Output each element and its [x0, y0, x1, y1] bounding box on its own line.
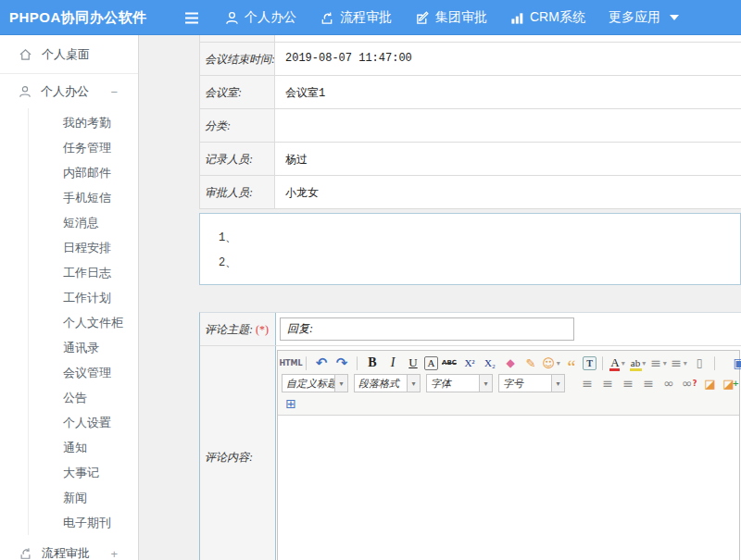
emoticon-icon[interactable]: ☺ — [542, 355, 560, 372]
content-line: 1、 — [219, 226, 740, 251]
unlink-icon[interactable]: ∞ — [680, 375, 698, 392]
superscript-icon[interactable]: X² — [460, 355, 479, 372]
caret-down-icon — [670, 15, 679, 20]
sidebar-item[interactable]: 内部邮件 — [29, 160, 138, 185]
form-row: 审批人员: 小龙女 — [200, 176, 741, 209]
redo-icon[interactable]: ↷ — [333, 355, 351, 372]
meeting-content-box: 1、 2、 — [199, 213, 741, 285]
strikethrough-icon[interactable]: ABC — [440, 355, 458, 372]
nav-group-approval[interactable]: 集团审批 — [415, 9, 487, 26]
comment-form-table: 评论主题: (*) 评论内容: HTML — [199, 312, 741, 560]
sidebar-item[interactable]: 通讯录 — [29, 335, 138, 360]
image-icon[interactable]: ◪ — [700, 375, 719, 392]
sidebar-item[interactable]: 个人文件柜 — [29, 310, 138, 335]
comment-content-label: 评论内容: — [200, 346, 276, 560]
bold-icon[interactable]: B — [363, 355, 382, 372]
field-value: 会议室1 — [275, 76, 741, 108]
field-value: 杨过 — [275, 143, 741, 175]
sidebar-item[interactable]: 我的考勤 — [29, 110, 138, 135]
topbar: PHPOA协同办公软件 个人办公 流程审批 集团审批 — [0, 0, 741, 35]
content-line: 2、 — [219, 251, 740, 276]
sidebar-item[interactable]: 新闻 — [29, 485, 138, 510]
sidebar-group-process-approval[interactable]: 流程审批 + — [0, 542, 138, 560]
fullscreen-icon[interactable]: ▣ — [730, 355, 741, 372]
caret-down-icon[interactable]: ▾ — [551, 375, 564, 392]
toolbar-row-3: ⊞ — [282, 393, 735, 414]
field-value: 2019-08-07 11:47:00 — [275, 43, 741, 75]
new-page-icon[interactable]: ▯ — [690, 355, 709, 372]
nav-process-approval[interactable]: 流程审批 — [320, 9, 392, 26]
sidebar-item[interactable]: 通知 — [29, 435, 138, 460]
sidebar-item-desktop[interactable]: 个人桌面 — [0, 35, 138, 74]
insert-image-icon[interactable]: ◪ — [721, 375, 741, 392]
sidebar-item[interactable]: 个人设置 + — [29, 410, 138, 435]
unordered-list-icon[interactable]: ≡ — [670, 355, 688, 372]
sidebar-item[interactable]: 手机短信 — [29, 185, 138, 210]
undo-icon[interactable]: ↶ — [312, 355, 331, 372]
field-label: 审批人员: — [200, 176, 275, 208]
font-size-select[interactable]: 字号 ▾ — [498, 374, 565, 392]
process-icon — [19, 547, 32, 560]
comment-subject-row: 评论主题: (*) — [200, 313, 741, 346]
field-label: 会议室: — [200, 76, 275, 108]
toolbar-row2-icons: ≡ ≡ ≡ ≡ ∞ ∞ — [578, 375, 741, 392]
underline-icon[interactable]: U — [404, 355, 422, 372]
menu-button[interactable] — [183, 0, 200, 35]
justify-icon[interactable]: ≡ — [639, 375, 658, 392]
ordered-list-icon[interactable]: ≡ — [649, 355, 668, 372]
caret-down-icon[interactable]: ▾ — [407, 375, 420, 392]
chart-icon — [510, 11, 524, 25]
align-center-icon[interactable]: ≡ — [598, 375, 617, 392]
table-icon[interactable]: ⊞ — [282, 395, 300, 413]
link-icon[interactable]: ∞ — [659, 375, 678, 392]
separator — [306, 356, 307, 370]
sidebar-item[interactable]: 任务管理 — [29, 135, 138, 160]
collapse-icon[interactable]: − — [110, 85, 118, 99]
nav-crm-system[interactable]: CRM系统 — [510, 9, 585, 26]
sidebar-item[interactable]: 大事记 — [29, 460, 138, 485]
comment-subject-label: 评论主题: (*) — [200, 313, 276, 345]
process-icon — [320, 11, 334, 25]
align-right-icon[interactable]: ≡ — [619, 375, 637, 392]
sidebar-item[interactable]: 工作日志 — [29, 260, 138, 285]
comment-content-row: 评论内容: HTML ↶ ↷ — [200, 346, 741, 560]
subscript-icon[interactable]: X₂ — [481, 355, 499, 372]
italic-icon[interactable]: I — [383, 355, 402, 372]
field-value: 小龙女 — [275, 176, 741, 208]
field-label: 分类: — [200, 109, 275, 142]
nav-more-apps[interactable]: 更多应用 — [609, 9, 679, 26]
blockquote-icon[interactable]: “ — [562, 355, 581, 372]
sidebar-item[interactable]: 电子期刊 — [29, 510, 138, 535]
editor-content-area[interactable] — [278, 416, 739, 560]
sidebar-group-personal-office[interactable]: 个人办公 − — [0, 81, 138, 103]
sidebar-item[interactable]: 会议管理 — [29, 360, 138, 385]
border-a-icon[interactable]: A — [424, 356, 438, 370]
sidebar-item[interactable]: 短消息 — [29, 210, 138, 235]
separator — [357, 356, 358, 370]
sidebar-item[interactable]: 日程安排 — [29, 235, 138, 260]
highlight-color-icon[interactable]: ab — [629, 355, 647, 372]
main-content: 会议结束时间: 2019-08-07 11:47:00 会议室: 会议室1 分类… — [139, 35, 741, 560]
caret-down-icon[interactable]: ▾ — [334, 375, 347, 392]
toolbar-row-2: 自定义标题 ▾ 段落格式 ▾ — [282, 373, 735, 393]
sidebar-submenu: 我的考勤 任务管理 内部邮件 手机短信 短消息 — [28, 108, 138, 535]
comment-subject-input[interactable] — [280, 317, 574, 341]
heading-select[interactable]: 自定义标题 ▾ — [282, 374, 348, 392]
toolbar-row-1: HTML ↶ ↷ B I — [282, 353, 735, 373]
remove-format-icon[interactable]: ◆ — [501, 355, 520, 372]
paragraph-select[interactable]: 段落格式 ▾ — [354, 374, 421, 392]
sidebar-item[interactable]: 公告 — [29, 385, 138, 410]
expand-icon[interactable]: + — [110, 547, 118, 560]
font-family-select[interactable]: 字体 ▾ — [426, 374, 493, 392]
caret-down-icon[interactable]: ▾ — [479, 375, 492, 392]
nav-personal-office[interactable]: 个人办公 — [225, 9, 296, 26]
user-icon — [225, 11, 239, 25]
font-color-icon[interactable]: A — [609, 355, 627, 372]
sidebar-item[interactable]: 工作计划 — [29, 285, 138, 310]
paste-text-icon[interactable]: T — [583, 356, 597, 370]
align-left-icon[interactable]: ≡ — [578, 375, 597, 392]
format-painter-icon[interactable]: ✎ — [521, 355, 540, 372]
field-value — [275, 109, 741, 142]
source-button[interactable]: HTML — [282, 355, 300, 372]
app-title: PHPOA协同办公软件 — [9, 0, 147, 35]
